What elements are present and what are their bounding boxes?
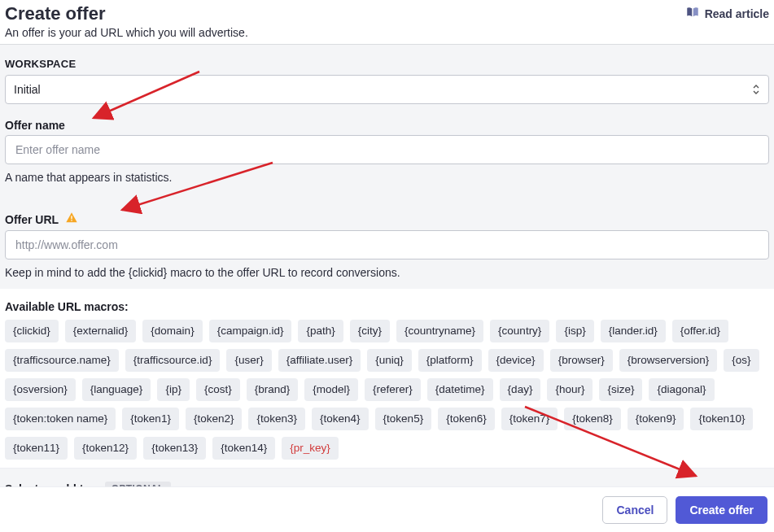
macro-token[interactable]: {externalid}	[65, 320, 137, 342]
page-title: Create offer	[5, 3, 248, 24]
macro-token[interactable]: {brand}	[247, 378, 299, 401]
url-macros-section: Available URL macros: {clickid}{external…	[0, 289, 774, 468]
macro-token[interactable]: {city}	[350, 320, 390, 342]
macro-token[interactable]: {offer.id}	[672, 320, 728, 342]
warning-icon	[65, 211, 78, 227]
macro-token[interactable]: {cost}	[196, 378, 240, 401]
read-article-label: Read article	[705, 7, 769, 20]
offer-name-help: A name that appears in statistics.	[5, 171, 769, 184]
macro-token[interactable]: {countryname}	[396, 320, 483, 342]
workspace-label: WORKSPACE	[5, 58, 769, 70]
workspace-value: Initial	[14, 83, 41, 96]
macro-token[interactable]: {campaign.id}	[209, 320, 292, 342]
cancel-button[interactable]: Cancel	[602, 496, 667, 524]
macro-token[interactable]: {trafficsource.id}	[125, 349, 221, 372]
macro-token[interactable]: {domain}	[142, 320, 202, 342]
macro-token[interactable]: {size}	[599, 378, 642, 401]
offer-name-section: Offer name A name that appears in statis…	[0, 114, 774, 194]
macro-token[interactable]: {isp}	[556, 320, 593, 342]
macro-token[interactable]: {datetime}	[427, 378, 493, 401]
macro-token[interactable]: {token11}	[5, 437, 68, 460]
svg-rect-1	[71, 220, 72, 220]
macro-token[interactable]: {token:token name}	[5, 408, 116, 430]
macro-token[interactable]: {token12}	[74, 437, 137, 460]
macro-token[interactable]: {token1}	[122, 408, 179, 430]
macro-token[interactable]: {uniq}	[367, 349, 412, 372]
page-subtitle: An offer is your ad URL which you will a…	[5, 26, 248, 39]
offer-url-label: Offer URL	[5, 213, 59, 226]
macro-token[interactable]: {model}	[304, 378, 358, 401]
book-icon	[685, 5, 700, 22]
macro-token[interactable]: {clickid}	[5, 320, 59, 342]
macro-token[interactable]: {language}	[82, 378, 151, 401]
macro-token[interactable]: {trafficsource.name}	[5, 349, 119, 372]
create-offer-button[interactable]: Create offer	[676, 496, 767, 524]
offer-name-input[interactable]	[14, 136, 760, 164]
macro-token[interactable]: {referer}	[365, 378, 421, 401]
macro-token[interactable]: {country}	[490, 320, 549, 342]
macro-token[interactable]: {token9}	[628, 408, 684, 430]
svg-rect-0	[71, 216, 72, 219]
offer-name-input-wrap[interactable]	[5, 135, 769, 164]
workspace-select[interactable]: Initial	[5, 75, 769, 104]
offer-url-help: Keep in mind to add the {clickid} macro …	[5, 266, 769, 279]
macro-token[interactable]: {hour}	[547, 378, 593, 401]
macro-token[interactable]: {user}	[226, 349, 271, 372]
modal-header: Create offer An offer is your ad URL whi…	[0, 0, 774, 45]
offer-url-input-wrap[interactable]	[5, 230, 769, 259]
workspace-section: WORKSPACE Initial	[0, 45, 774, 114]
macro-token[interactable]: {pr_key}	[282, 437, 339, 460]
macro-token[interactable]: {token5}	[375, 408, 432, 430]
macro-token[interactable]: {token8}	[564, 408, 621, 430]
offer-url-input[interactable]	[14, 231, 760, 259]
macro-token[interactable]: {token3}	[248, 408, 305, 430]
macro-token[interactable]: {token10}	[690, 408, 753, 430]
macro-token[interactable]: {affiliate.user}	[278, 349, 361, 372]
read-article-link[interactable]: Read article	[685, 3, 769, 22]
chevron-updown-icon	[752, 84, 760, 95]
macro-token[interactable]: {token4}	[312, 408, 369, 430]
url-macros-list: {clickid}{externalid}{domain}{campaign.i…	[5, 320, 769, 460]
offer-name-label: Offer name	[5, 119, 769, 132]
macro-token[interactable]: {platform}	[418, 349, 482, 372]
macro-token[interactable]: {browser}	[550, 349, 613, 372]
macro-token[interactable]: {token13}	[143, 437, 206, 460]
macro-token[interactable]: {token14}	[212, 437, 275, 460]
macro-token[interactable]: {ip}	[157, 378, 190, 401]
macro-token[interactable]: {token7}	[501, 408, 558, 430]
macro-token[interactable]: {osversion}	[5, 378, 76, 401]
macro-token[interactable]: {os}	[724, 349, 759, 372]
macro-token[interactable]: {browserversion}	[619, 349, 718, 372]
macro-token[interactable]: {lander.id}	[601, 320, 666, 342]
macro-token[interactable]: {token2}	[186, 408, 243, 430]
macro-token[interactable]: {token6}	[438, 408, 495, 430]
macro-token[interactable]: {device}	[488, 349, 544, 372]
macro-token[interactable]: {path}	[298, 320, 343, 342]
macro-token[interactable]: {diagonal}	[649, 378, 714, 401]
modal-footer: Cancel Create offer	[0, 486, 774, 532]
offer-url-section: Offer URL Keep in mind to add the {click…	[0, 194, 774, 289]
url-macros-label: Available URL macros:	[5, 300, 769, 313]
macro-token[interactable]: {day}	[500, 378, 541, 401]
